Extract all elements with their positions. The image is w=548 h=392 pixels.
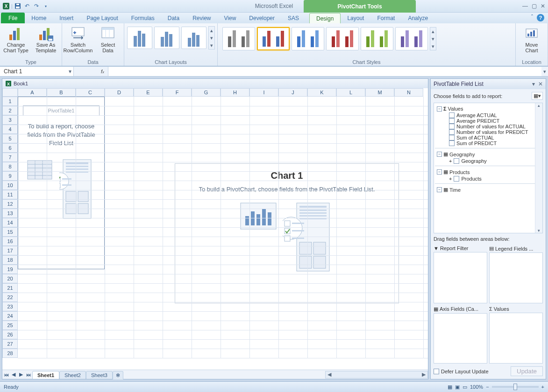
checkbox[interactable] xyxy=(449,135,455,140)
field-item[interactable]: +Geography xyxy=(435,158,541,164)
tab-data[interactable]: Data xyxy=(161,13,186,23)
col-E[interactable]: E xyxy=(134,88,163,97)
row-25[interactable]: 25 xyxy=(2,321,18,330)
tab-review[interactable]: Review xyxy=(186,13,217,23)
zoom-slider[interactable] xyxy=(492,386,539,388)
row-20[interactable]: 20 xyxy=(2,274,18,283)
row-17[interactable]: 17 xyxy=(2,246,18,255)
row-1[interactable]: 1 xyxy=(2,97,18,106)
redo-icon[interactable]: ↷ xyxy=(32,2,41,10)
chart-style-2-selected[interactable] xyxy=(257,27,290,50)
field-list-close-icon[interactable]: ✕ xyxy=(538,81,543,87)
pivottable-placeholder[interactable]: PivotTable1 To build a report, choose fi… xyxy=(18,97,105,269)
row-11[interactable]: 11 xyxy=(2,190,18,199)
chart-style-1[interactable] xyxy=(222,27,255,50)
collapse-icon[interactable]: − xyxy=(437,169,442,175)
col-I[interactable]: I xyxy=(249,88,278,97)
chart-layout-more[interactable]: ▴▾▾ xyxy=(208,26,215,49)
expand-icon[interactable]: + xyxy=(449,176,452,182)
tab-analyze[interactable]: Analyze xyxy=(401,13,434,23)
field-list-scrollbar[interactable]: ▴▾ xyxy=(535,103,542,233)
area-axis-fields[interactable]: ▦Axis Fields (Ca... xyxy=(434,305,487,364)
change-chart-type-button[interactable]: Change Chart Type xyxy=(3,24,29,53)
row-12[interactable]: 12 xyxy=(2,199,18,209)
sheet-nav-first-icon[interactable]: ⏮ xyxy=(2,372,10,378)
tab-format[interactable]: Format xyxy=(370,13,401,23)
minimize-icon[interactable]: — xyxy=(522,3,528,9)
file-tab[interactable]: File xyxy=(1,13,25,23)
field-group-time[interactable]: − ▦ Time xyxy=(435,186,541,194)
view-normal-icon[interactable]: ▦ xyxy=(448,384,452,390)
chart-style-3[interactable] xyxy=(292,27,324,50)
checkbox[interactable] xyxy=(449,140,455,146)
sheet-nav-prev-icon[interactable]: ◀ xyxy=(10,371,17,378)
tab-view[interactable]: View xyxy=(218,13,243,23)
tab-design[interactable]: Design xyxy=(309,13,341,23)
row-22[interactable]: 22 xyxy=(2,293,18,302)
area-values[interactable]: ΣValues xyxy=(489,305,543,364)
row-9[interactable]: 9 xyxy=(2,171,18,181)
help-icon[interactable]: ? xyxy=(537,14,544,21)
col-C[interactable]: C xyxy=(76,88,105,97)
row-10[interactable]: 10 xyxy=(2,181,18,190)
field-list[interactable]: − Σ Values Average ACTUAL Average PREDIC… xyxy=(434,103,543,233)
checkbox[interactable] xyxy=(449,129,455,135)
chart-layout-2[interactable] xyxy=(154,27,179,49)
chart-style-5[interactable] xyxy=(361,27,393,50)
field-group-geography[interactable]: − ▦ Geography xyxy=(435,150,541,158)
col-F[interactable]: F xyxy=(163,88,192,97)
row-7[interactable]: 7 xyxy=(2,153,18,162)
field-item[interactable]: Number of values for ACTUAL xyxy=(435,124,541,129)
field-item[interactable]: Sum of ACTUAL xyxy=(435,135,541,140)
tab-page-layout[interactable]: Page Layout xyxy=(80,13,124,23)
row-23[interactable]: 23 xyxy=(2,302,18,311)
zoom-in-icon[interactable]: + xyxy=(541,384,544,390)
name-box-dropdown-icon[interactable]: ▾ xyxy=(69,68,71,75)
checkbox[interactable] xyxy=(449,124,455,129)
collapse-icon[interactable]: − xyxy=(437,106,442,112)
tab-layout[interactable]: Layout xyxy=(341,13,370,23)
collapse-icon[interactable]: − xyxy=(437,152,442,157)
tab-developer[interactable]: Developer xyxy=(242,13,281,23)
area-legend-fields[interactable]: ▤Legend Fields ... xyxy=(489,245,543,303)
field-group-products[interactable]: − ▦ Products xyxy=(435,168,541,176)
chart-style-6[interactable] xyxy=(395,27,428,50)
update-button[interactable]: Update xyxy=(511,366,543,376)
col-G[interactable]: G xyxy=(192,88,221,97)
tab-sas[interactable]: SAS xyxy=(281,13,306,23)
checkbox[interactable] xyxy=(449,118,455,124)
col-D[interactable]: D xyxy=(105,88,134,97)
field-list-dropdown-icon[interactable]: ▾ xyxy=(532,81,535,87)
select-data-button[interactable]: Select Data xyxy=(95,24,121,53)
sheet-nav-next-icon[interactable]: ▶ xyxy=(17,371,25,378)
row-2[interactable]: 2 xyxy=(2,106,18,115)
save-icon[interactable] xyxy=(14,2,22,10)
col-N[interactable]: N xyxy=(394,88,423,97)
field-item[interactable]: Average PREDICT xyxy=(435,118,541,124)
ribbon-minimize-icon[interactable]: ˆ xyxy=(531,14,533,21)
checkbox[interactable] xyxy=(449,112,455,118)
row-3[interactable]: 3 xyxy=(2,115,18,125)
field-item[interactable]: Average ACTUAL xyxy=(435,112,541,118)
row-16[interactable]: 16 xyxy=(2,237,18,246)
sheet-nav-last-icon[interactable]: ⏭ xyxy=(25,372,32,378)
formula-input[interactable] xyxy=(108,67,541,76)
restore-icon[interactable]: ▢ xyxy=(532,3,537,9)
row-19[interactable]: 19 xyxy=(2,265,18,274)
zoom-level[interactable]: 100% xyxy=(470,384,483,390)
worksheet-grid[interactable]: A B C D E F G H I J K L M N 123456789101… xyxy=(2,88,428,370)
view-page-break-icon[interactable]: ▭ xyxy=(463,384,467,390)
horizontal-scrollbar[interactable]: ◀▶ xyxy=(325,371,428,378)
close-icon[interactable]: ✕ xyxy=(541,3,545,9)
row-15[interactable]: 15 xyxy=(2,227,18,237)
insert-sheet-tab[interactable]: ✻ xyxy=(113,371,123,379)
collapse-icon[interactable]: − xyxy=(437,187,442,192)
select-all-corner[interactable] xyxy=(2,88,18,97)
field-item[interactable]: Number of values for PREDICT xyxy=(435,129,541,135)
row-8[interactable]: 8 xyxy=(2,162,18,171)
row-18[interactable]: 18 xyxy=(2,255,18,265)
row-4[interactable]: 4 xyxy=(2,125,18,134)
col-M[interactable]: M xyxy=(365,88,394,97)
sheet-tab-1[interactable]: Sheet1 xyxy=(32,371,59,379)
fx-icon[interactable]: fx xyxy=(97,69,108,74)
